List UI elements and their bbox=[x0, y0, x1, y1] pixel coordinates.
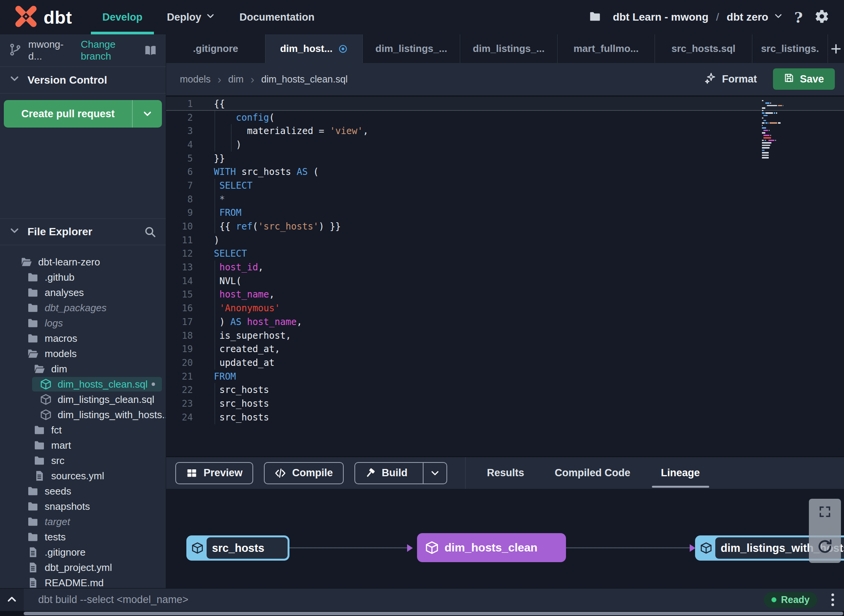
code-line-9: 9 FROM bbox=[166, 206, 844, 220]
new-tab-button[interactable] bbox=[828, 34, 844, 63]
lineage-canvas[interactable]: src_hosts dim_hosts_clean dim_listings_w… bbox=[166, 489, 844, 588]
tree-item-dbt-project-yml[interactable]: dbt_project.yml bbox=[0, 560, 166, 575]
change-branch-link[interactable]: Change branch bbox=[81, 39, 137, 62]
minimap-mark bbox=[762, 122, 765, 123]
tree-item-models[interactable]: models bbox=[0, 346, 166, 361]
nav-item-label: Develop bbox=[102, 11, 142, 23]
tab-src-listings[interactable]: src_listings. bbox=[752, 34, 828, 63]
tree-item-github[interactable]: .github bbox=[0, 270, 166, 285]
tab-label: dim_host... bbox=[280, 43, 332, 55]
build-button[interactable]: Build bbox=[354, 462, 448, 484]
code-text: host_name, bbox=[214, 289, 275, 300]
tree-item-macros[interactable]: macros bbox=[0, 331, 166, 346]
build-main[interactable]: Build bbox=[355, 463, 417, 483]
tab-dim-listings[interactable]: dim_listings_... bbox=[460, 34, 558, 63]
project-selector[interactable]: dbt Learn - mwong / dbt zero bbox=[613, 11, 783, 23]
line-number: 2 bbox=[166, 112, 193, 123]
command-input[interactable]: dbt build --select <model_name> bbox=[38, 594, 188, 606]
create-pull-request-button[interactable]: Create pull request bbox=[4, 100, 162, 128]
minimap-line bbox=[762, 127, 786, 128]
scrollbar-thumb[interactable] bbox=[24, 612, 843, 615]
tree-item-readme-md[interactable]: README.md bbox=[0, 575, 166, 588]
breadcrumb-part[interactable]: dim_hosts_clean.sql bbox=[261, 74, 348, 85]
fullscreen-icon[interactable] bbox=[818, 505, 832, 520]
tree-item-label: sources.yml bbox=[51, 470, 104, 482]
line-number: 17 bbox=[166, 317, 193, 327]
search-icon[interactable] bbox=[144, 225, 157, 238]
nav-item-develop[interactable]: Develop bbox=[90, 0, 155, 34]
code-text: WITH src_hosts AS ( bbox=[214, 167, 319, 177]
tree-item-dim[interactable]: dim bbox=[0, 361, 166, 377]
indent-guide bbox=[215, 179, 215, 192]
file-explorer-header[interactable]: File Explorer bbox=[0, 218, 166, 245]
breadcrumb-separator-icon: › bbox=[250, 73, 255, 86]
tab-dim-host[interactable]: dim_host... bbox=[265, 34, 363, 63]
minimap-line bbox=[762, 155, 786, 156]
kebab-menu-icon[interactable] bbox=[831, 593, 834, 606]
save-button[interactable]: Save bbox=[773, 68, 835, 90]
editor-minimap[interactable] bbox=[762, 100, 786, 160]
panel-tab-compiled-code[interactable]: Compiled Code bbox=[544, 457, 641, 489]
help-button[interactable]: ? bbox=[794, 9, 803, 26]
tree-item-src[interactable]: src bbox=[0, 453, 166, 468]
tree-item-dbt-learn-zero[interactable]: dbt-learn-zero bbox=[0, 254, 166, 270]
code-line-4: 4 ) bbox=[166, 138, 844, 152]
tab-src-hosts-sql[interactable]: src_hosts.sql bbox=[655, 34, 752, 63]
version-control-title: Version Control bbox=[27, 74, 107, 86]
code-text: ) AS host_name, bbox=[214, 317, 302, 327]
file-explorer-title: File Explorer bbox=[27, 226, 92, 238]
tree-item-snapshots[interactable]: snapshots bbox=[0, 499, 166, 514]
tree-item-tests[interactable]: tests bbox=[0, 529, 166, 545]
tree-item-sources-yml[interactable]: sources.yml bbox=[0, 468, 166, 483]
minimap-mark bbox=[763, 120, 766, 121]
lineage-node-src-hosts[interactable]: src_hosts bbox=[186, 535, 289, 561]
tree-item-analyses[interactable]: analyses bbox=[0, 285, 166, 300]
line-number: 22 bbox=[166, 385, 193, 395]
code-icon bbox=[275, 467, 286, 479]
code-line-6: 6WITH src_hosts AS ( bbox=[166, 165, 844, 179]
minimap-line bbox=[762, 125, 786, 126]
panel-tab-lineage[interactable]: Lineage bbox=[650, 457, 711, 489]
tree-item-gitignore[interactable]: .gitignore bbox=[0, 545, 166, 560]
tree-item-fct[interactable]: fct bbox=[0, 422, 166, 438]
panel-tab-label: Lineage bbox=[661, 467, 700, 479]
tab-gitignore[interactable]: .gitignore bbox=[166, 34, 265, 63]
tree-item-dim-listings-with-hosts[interactable]: dim_listings_with_hosts... bbox=[0, 407, 166, 422]
preview-button[interactable]: Preview bbox=[175, 462, 253, 484]
line-number: 9 bbox=[166, 207, 193, 218]
nav-item-documentation[interactable]: Documentation bbox=[227, 0, 327, 34]
compile-button[interactable]: Compile bbox=[264, 462, 344, 484]
tree-item-target[interactable]: target bbox=[0, 514, 166, 529]
indent-guide bbox=[215, 124, 215, 138]
create-pr-dropdown-chevron[interactable] bbox=[132, 100, 162, 128]
dbt-logo[interactable]: dbt bbox=[14, 5, 72, 30]
docs-book-icon[interactable] bbox=[144, 44, 157, 57]
refresh-icon[interactable] bbox=[816, 538, 834, 557]
tree-item-logs[interactable]: logs bbox=[0, 315, 166, 331]
tree-item-mart[interactable]: mart bbox=[0, 438, 166, 453]
tab-dim-listings[interactable]: dim_listings_... bbox=[363, 34, 460, 63]
nav-item-deploy[interactable]: Deploy bbox=[155, 0, 227, 34]
minimap-mark bbox=[762, 132, 765, 133]
version-control-header[interactable]: Version Control bbox=[0, 67, 166, 94]
tree-item-dbt-packages[interactable]: dbt_packages bbox=[0, 300, 166, 315]
breadcrumb-part[interactable]: dim bbox=[228, 74, 244, 85]
settings-gear-icon[interactable] bbox=[814, 9, 829, 26]
code-line-13: 13 host_id, bbox=[166, 260, 844, 274]
format-button[interactable]: Format bbox=[704, 63, 757, 95]
folder-icon bbox=[26, 485, 39, 498]
code-text: ) bbox=[214, 139, 241, 150]
build-dropdown-chevron[interactable] bbox=[423, 463, 446, 483]
collapse-bar-button[interactable] bbox=[0, 589, 24, 611]
indent-guide bbox=[215, 138, 215, 152]
tree-item-dim-hosts-clean-sql[interactable]: dim_hosts_clean.sql bbox=[0, 377, 166, 392]
project-folder-icon bbox=[589, 10, 601, 24]
tab-mart-fullmo[interactable]: mart_fullmo... bbox=[558, 34, 655, 63]
panel-tab-results[interactable]: Results bbox=[476, 457, 535, 489]
lineage-node-dim-hosts-clean[interactable]: dim_hosts_clean bbox=[417, 533, 566, 562]
tree-item-seeds[interactable]: seeds bbox=[0, 483, 166, 499]
tree-item-dim-listings-clean-sql[interactable]: dim_listings_clean.sql bbox=[0, 392, 166, 407]
tree-item-label: models bbox=[45, 348, 77, 360]
code-editor[interactable]: 1{{2 config(3 materialized = 'view',4 )5… bbox=[166, 95, 844, 456]
breadcrumb-part[interactable]: models bbox=[180, 74, 211, 85]
